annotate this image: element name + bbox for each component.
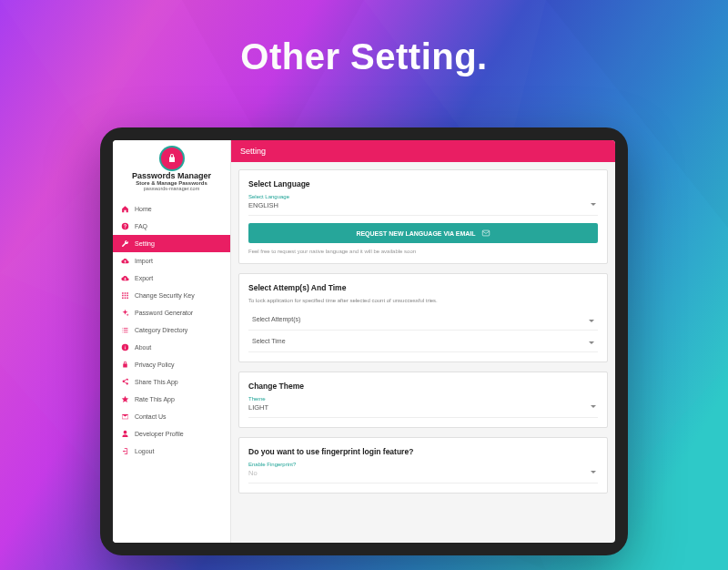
- topbar-title: Setting: [240, 147, 266, 156]
- topbar: Setting: [231, 140, 615, 162]
- attempts-desc: To lock application for specified time a…: [248, 298, 598, 303]
- nav-item-setting[interactable]: Setting: [113, 235, 230, 252]
- fingerprint-title: Do you want to use fingerprint login fea…: [248, 447, 598, 456]
- share-icon: [120, 378, 129, 387]
- user-icon: [120, 430, 129, 439]
- nav-item-label: Change Security Key: [135, 292, 195, 299]
- theme-select[interactable]: LIGHT: [248, 402, 598, 418]
- nav-item-label: Import: [135, 258, 153, 264]
- nav-item-label: Privacy Policy: [135, 361, 175, 368]
- help-icon: [120, 222, 129, 231]
- theme-card: Change Theme Theme LIGHT: [238, 372, 608, 428]
- nav-item-label: Home: [135, 206, 152, 212]
- request-language-label: REQUEST NEW LANGUAGE VIA EMAIL: [356, 230, 475, 237]
- nav-item-label: Rate This App: [135, 396, 175, 402]
- time-select[interactable]: Select Time: [248, 331, 598, 352]
- mail-icon: [481, 229, 490, 238]
- wrench-icon: [120, 239, 129, 249]
- fingerprint-select[interactable]: No: [248, 467, 598, 483]
- nav-item-password-generator[interactable]: Password Generator: [113, 304, 230, 321]
- language-hint: Feel free to request your native languag…: [248, 249, 598, 254]
- content-scroll[interactable]: Select Language Select Language ENGLISH …: [231, 162, 615, 543]
- nav-list: HomeFAQSettingImportExportChange Securit…: [113, 200, 230, 460]
- home-icon: [120, 205, 129, 214]
- nav-item-change-security-key[interactable]: Change Security Key: [113, 287, 230, 304]
- sparkle-icon: [120, 309, 129, 318]
- nav-item-label: Export: [135, 275, 153, 281]
- star-icon: [120, 395, 129, 404]
- nav-item-share-this-app[interactable]: Share This App: [113, 373, 230, 391]
- nav-item-developer-profile[interactable]: Developer Profile: [113, 425, 230, 443]
- nav-item-export[interactable]: Export: [113, 270, 230, 287]
- language-select[interactable]: ENGLISH: [248, 199, 598, 216]
- nav-item-label: Contact Us: [135, 413, 167, 420]
- info-icon: [120, 343, 129, 352]
- app-branding: Passwords Manager Store & Manage Passwor…: [113, 140, 230, 197]
- nav-item-rate-this-app[interactable]: Rate This App: [113, 391, 230, 408]
- app-screen: Passwords Manager Store & Manage Passwor…: [113, 140, 615, 543]
- mail-icon: [120, 412, 129, 422]
- fingerprint-card: Do you want to use fingerprint login fea…: [238, 437, 608, 494]
- nav-item-label: Share This App: [135, 379, 178, 385]
- logout-icon: [120, 447, 129, 456]
- list-icon: [120, 326, 129, 335]
- nav-item-label: Setting: [135, 240, 155, 247]
- nav-item-label: Category Directory: [135, 327, 187, 333]
- nav-item-home[interactable]: Home: [113, 200, 230, 218]
- app-url: passwords-manager.com: [116, 186, 227, 191]
- nav-item-faq[interactable]: FAQ: [113, 218, 230, 235]
- nav-item-import[interactable]: Import: [113, 252, 230, 270]
- app-logo-icon: [161, 148, 183, 169]
- nav-item-about[interactable]: About: [113, 339, 230, 356]
- attempts-title: Select Attemp(s) And Time: [248, 283, 598, 292]
- nav-item-label: FAQ: [135, 223, 147, 229]
- svg-rect-8: [482, 230, 490, 236]
- cloud-down-icon: [120, 274, 129, 283]
- nav-item-contact-us[interactable]: Contact Us: [113, 408, 230, 425]
- tablet-frame: Passwords Manager Store & Manage Passwor…: [100, 127, 628, 555]
- attempts-card: Select Attemp(s) And Time To lock applic…: [238, 273, 608, 362]
- cloud-up-icon: [120, 257, 129, 266]
- grid-icon: [120, 291, 129, 300]
- nav-item-logout[interactable]: Logout: [113, 443, 230, 460]
- nav-item-label: Logout: [135, 448, 154, 454]
- sidebar: Passwords Manager Store & Manage Passwor…: [113, 140, 231, 543]
- app-name: Passwords Manager: [116, 171, 227, 180]
- nav-item-category-directory[interactable]: Category Directory: [113, 321, 230, 339]
- theme-title: Change Theme: [248, 382, 598, 391]
- svg-marker-0: [0, 0, 182, 137]
- main-area: Setting Select Language Select Language …: [231, 140, 615, 543]
- nav-item-privacy-policy[interactable]: Privacy Policy: [113, 356, 230, 373]
- nav-item-label: About: [135, 344, 151, 351]
- nav-item-label: Developer Profile: [135, 431, 184, 437]
- language-title: Select Language: [248, 179, 598, 188]
- language-card: Select Language Select Language ENGLISH …: [238, 169, 608, 264]
- request-language-button[interactable]: REQUEST NEW LANGUAGE VIA EMAIL: [248, 223, 598, 243]
- lock-icon: [120, 361, 129, 370]
- attempts-select[interactable]: Select Attempt(s): [248, 309, 598, 331]
- nav-item-label: Password Generator: [135, 310, 193, 316]
